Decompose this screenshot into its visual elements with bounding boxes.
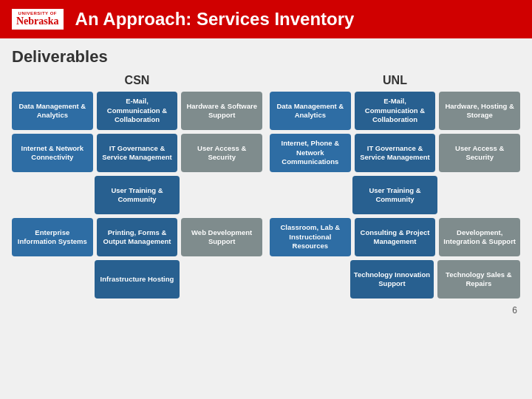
unl-classroom-lab: Classroom, Lab & Instructional Resources [270, 218, 351, 256]
page-title: An Approach: Services Inventory [75, 9, 355, 30]
unl-row3: User Training & Community [270, 176, 520, 214]
columns-wrapper: CSN Data Management & Analytics E-Mail, … [12, 74, 520, 302]
unl-internet-phone: Internet, Phone & Network Communications [270, 134, 351, 172]
csn-row5: Infrastructure Hosting [12, 260, 262, 299]
csn-spacer-5b [183, 260, 262, 299]
csn-row4: Enterprise Information Systems Printing,… [12, 218, 262, 256]
logo-box: UNIVERSITY OF Nebraska [12, 9, 64, 30]
unl-label: UNL [270, 74, 520, 87]
csn-printing-forms: Printing, Forms & Output Management [97, 218, 178, 256]
csn-row2: Internet & Network Connectivity IT Gover… [12, 134, 262, 172]
unl-user-access: User Access & Security [439, 134, 520, 172]
csn-user-training: User Training & Community [95, 176, 180, 214]
unl-it-governance: IT Governance & Service Management [355, 134, 436, 172]
unl-email-comm: E-Mail, Communication & Collaboration [355, 92, 436, 130]
csn-spacer-3a [12, 176, 91, 214]
unl-consulting-pm: Consulting & Project Management [355, 218, 436, 256]
csn-spacer-3b [183, 176, 262, 214]
csn-email-comm: E-Mail, Communication & Collaboration [97, 92, 178, 130]
unl-section: UNL Data Management & Analytics E-Mail, … [270, 74, 520, 302]
unl-tech-sales: Technology Sales & Repairs [437, 260, 520, 299]
csn-internet-network: Internet & Network Connectivity [12, 134, 93, 172]
header: UNIVERSITY OF Nebraska An Approach: Serv… [0, 0, 532, 38]
unl-hardware-hosting: Hardware, Hosting & Storage [439, 92, 520, 130]
csn-label: CSN [12, 74, 262, 87]
unl-row4: Classroom, Lab & Instructional Resources… [270, 218, 520, 256]
unl-spacer-3a [270, 176, 349, 214]
csn-hardware-software: Hardware & Software Support [181, 92, 262, 130]
unl-row2: Internet, Phone & Network Communications… [270, 134, 520, 172]
csn-enterprise-info: Enterprise Information Systems [12, 218, 93, 256]
csn-web-dev: Web Development Support [181, 218, 262, 256]
deliverables-title: Deliverables [12, 47, 520, 66]
unl-spacer-3b [441, 176, 520, 214]
csn-row3: User Training & Community [12, 176, 262, 214]
csn-infrastructure-hosting: Infrastructure Hosting [95, 260, 180, 299]
csn-data-management: Data Management & Analytics [12, 92, 93, 130]
logo-nebraska-text: Nebraska [16, 16, 59, 27]
unl-row1: Data Management & Analytics E-Mail, Comm… [270, 92, 520, 130]
csn-section: CSN Data Management & Analytics E-Mail, … [12, 74, 262, 302]
csn-row1: Data Management & Analytics E-Mail, Comm… [12, 92, 262, 130]
unl-data-management: Data Management & Analytics [270, 92, 351, 130]
unl-row5: Technology Innovation Support Technology… [270, 260, 520, 299]
page-number: 6 [12, 305, 520, 316]
unl-development-integration: Development, Integration & Support [439, 218, 520, 256]
csn-spacer-5a [12, 260, 91, 299]
main-content: Deliverables CSN Data Management & Analy… [0, 38, 532, 399]
unl-user-training: User Training & Community [352, 176, 437, 214]
logo: UNIVERSITY OF Nebraska [12, 9, 64, 30]
csn-it-governance: IT Governance & Service Management [97, 134, 178, 172]
unl-spacer-5a [270, 260, 347, 299]
csn-user-access: User Access & Security [181, 134, 262, 172]
unl-tech-innovation: Technology Innovation Support [350, 260, 433, 299]
